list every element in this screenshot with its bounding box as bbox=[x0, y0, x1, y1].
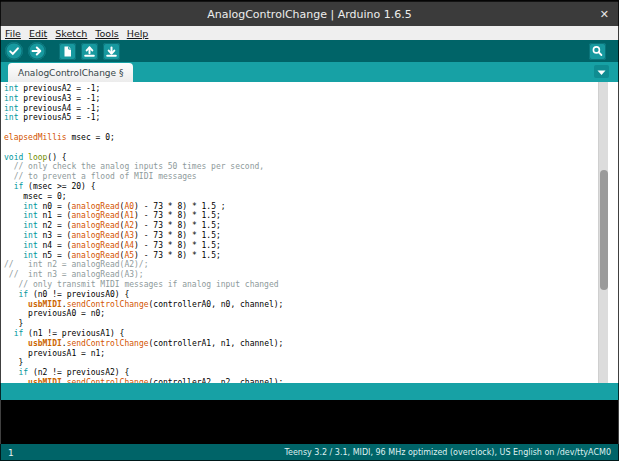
arduino-ide-window: AnalogControlChange | Arduino 1.6.5 ✕ Fi… bbox=[0, 0, 619, 461]
tab-label: AnalogControlChange § bbox=[18, 68, 123, 78]
board-status: Teensy 3.2 / 3.1, MIDI, 96 MHz optimized… bbox=[284, 448, 611, 457]
magnifier-icon bbox=[589, 43, 606, 60]
code-line: // int n2 = analogRead(A2)/; bbox=[4, 260, 595, 270]
code-line: int n3 = (analogRead(A3) - 73 * 8) * 1.5… bbox=[4, 231, 595, 241]
code-line: previousA1 = n1; bbox=[4, 349, 595, 359]
menu-item-file[interactable]: File bbox=[4, 28, 22, 39]
code-line: int n1 = (analogRead(A1) - 73 * 8) * 1.5… bbox=[4, 211, 595, 221]
verify-button[interactable] bbox=[5, 42, 23, 60]
upload-button[interactable] bbox=[28, 42, 46, 60]
code-line bbox=[4, 123, 595, 133]
open-arrow-up-icon bbox=[81, 43, 98, 60]
menu-item-help[interactable]: Help bbox=[126, 28, 150, 39]
code-area: int previousA2 = -1;int previousA3 = -1;… bbox=[4, 84, 595, 383]
code-line: // int n3 = analogRead(A3); bbox=[4, 270, 595, 280]
chevron-down-icon bbox=[596, 62, 607, 81]
code-line: // only transmit MIDI messages if analog… bbox=[4, 280, 595, 290]
new-sketch-icon bbox=[59, 43, 76, 60]
verify-check-icon bbox=[5, 42, 23, 60]
close-icon: ✕ bbox=[600, 8, 609, 21]
code-line: usbMIDI.sendControlChange(controllerA0, … bbox=[4, 300, 595, 310]
code-line: int previousA2 = -1; bbox=[4, 84, 595, 94]
code-line: if (n2 != previousA2) { bbox=[4, 368, 595, 378]
open-sketch-button[interactable] bbox=[81, 43, 98, 60]
code-line: // to prevent a flood of MIDI messages bbox=[4, 172, 595, 182]
console-output bbox=[1, 400, 618, 444]
code-line: int n4 = (analogRead(A4) - 73 * 8) * 1.5… bbox=[4, 241, 595, 251]
code-line: int previousA5 = -1; bbox=[4, 113, 595, 123]
status-bar: 1 Teensy 3.2 / 3.1, MIDI, 96 MHz optimiz… bbox=[0, 444, 619, 461]
code-line: } bbox=[4, 358, 595, 368]
code-line: usbMIDI.sendControlChange(controllerA1, … bbox=[4, 339, 595, 349]
upload-arrow-icon bbox=[28, 42, 46, 60]
code-line: } bbox=[4, 319, 595, 329]
code-line bbox=[4, 143, 595, 153]
code-editor[interactable]: int previousA2 = -1;int previousA3 = -1;… bbox=[0, 82, 619, 383]
tab-analogcontrolchange[interactable]: AnalogControlChange § bbox=[8, 63, 133, 82]
save-sketch-button[interactable] bbox=[103, 43, 120, 60]
code-line: // only check the analog inputs 50 times… bbox=[4, 162, 595, 172]
menu-item-tools[interactable]: Tools bbox=[94, 28, 119, 39]
line-number: 1 bbox=[8, 448, 14, 458]
status-notice-bar bbox=[0, 383, 619, 400]
code-line: previousA0 = n0; bbox=[4, 309, 595, 319]
save-arrow-down-icon bbox=[103, 43, 120, 60]
menu-bar: FileEditSketchToolsHelp bbox=[0, 26, 619, 40]
code-line: int previousA3 = -1; bbox=[4, 94, 595, 104]
menu-item-sketch[interactable]: Sketch bbox=[54, 28, 88, 39]
scrollbar-thumb[interactable] bbox=[600, 170, 608, 290]
code-line: if (n0 != previousA0) { bbox=[4, 290, 595, 300]
tab-strip: AnalogControlChange § bbox=[0, 62, 619, 82]
window-title: AnalogControlChange | Arduino 1.6.5 bbox=[207, 8, 412, 21]
vertical-scrollbar[interactable] bbox=[598, 82, 608, 383]
new-sketch-button[interactable] bbox=[59, 43, 76, 60]
serial-monitor-button[interactable] bbox=[589, 43, 606, 60]
toolbar bbox=[0, 40, 619, 62]
code-line: int n5 = (analogRead(A5) - 73 * 8) * 1.5… bbox=[4, 251, 595, 261]
code-line: int n0 = (analogRead(A0) - 73 * 8) * 1.5… bbox=[4, 202, 595, 212]
code-line: if (n1 != previousA1) { bbox=[4, 329, 595, 339]
code-line: if (msec >= 20) { bbox=[4, 182, 595, 192]
tab-menu-button[interactable] bbox=[594, 65, 609, 78]
code-line: int previousA4 = -1; bbox=[4, 104, 595, 114]
code-line: int n2 = (analogRead(A2) - 73 * 8) * 1.5… bbox=[4, 221, 595, 231]
code-line: elapsedMillis msec = 0; bbox=[4, 133, 595, 143]
close-button[interactable]: ✕ bbox=[600, 2, 609, 26]
code-line: msec = 0; bbox=[4, 192, 595, 202]
title-bar: AnalogControlChange | Arduino 1.6.5 ✕ bbox=[0, 0, 619, 26]
code-line: void loop() { bbox=[4, 153, 595, 163]
menu-item-edit[interactable]: Edit bbox=[28, 28, 48, 39]
